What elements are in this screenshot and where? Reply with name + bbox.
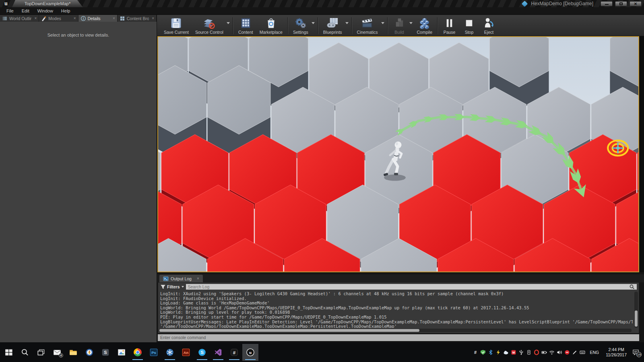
taskbar-skype-icon[interactable]: S [194, 344, 210, 361]
pen-icon[interactable] [571, 349, 578, 356]
game-viewport[interactable] [157, 36, 639, 272]
menu-file[interactable]: File [2, 7, 18, 15]
taskbar-mail-icon[interactable]: 4 [49, 344, 65, 361]
bluetooth-icon[interactable] [487, 349, 494, 356]
language-indicator[interactable]: ENG [586, 350, 602, 355]
close-button[interactable]: ✕ [630, 1, 642, 6]
horizontal-scrollbar[interactable] [159, 329, 632, 332]
toolbar-stop-button[interactable]: Stop [459, 16, 479, 36]
battery-icon[interactable] [541, 349, 547, 356]
source-control-icon [202, 16, 216, 30]
output-log-tab[interactable]: Output Log × [159, 275, 203, 282]
console-command-input[interactable]: Enter console command [158, 334, 639, 341]
chevron-down-icon[interactable] [312, 22, 315, 24]
mega-icon[interactable]: M [510, 349, 517, 356]
volume-icon[interactable] [556, 349, 563, 356]
toolbar-button-label: Pause [444, 30, 456, 35]
slack-tray-icon[interactable]: # [472, 349, 479, 356]
log-line: PIE: Play in editor start time for /Game… [160, 315, 633, 320]
notification-center-button[interactable]: 19 [630, 348, 641, 357]
toolbar-content-button[interactable]: Content [235, 16, 256, 36]
chevron-down-icon[interactable] [381, 22, 384, 24]
toolbar-pause-button[interactable]: Pause [440, 16, 459, 36]
scrollbar-thumb[interactable] [159, 329, 419, 332]
viewport-scene [158, 37, 638, 272]
bolt-icon[interactable] [495, 349, 502, 356]
toolbar-button-label: Blueprints [323, 30, 342, 35]
device-icon[interactable] [525, 349, 532, 356]
taskbar-clock[interactable]: 2:44 PM11/26/2017 [603, 347, 630, 357]
panel-tab-label: Modes [48, 16, 61, 21]
toolbar-source-control-button[interactable]: Source Control [192, 16, 227, 36]
filters-label: Filters [167, 284, 180, 289]
clock-date: 11/26/2017 [606, 352, 627, 358]
onedrive-icon[interactable] [502, 349, 509, 356]
compass-app-icon [85, 348, 94, 357]
menu-window[interactable]: Window [33, 7, 57, 15]
taskbar-visual-studio-icon[interactable] [210, 344, 226, 361]
titlebar[interactable]: u TopDownExampleMap* HexMapDemo [DebugGa… [0, 0, 644, 7]
eject-icon [482, 16, 495, 30]
search-log-input[interactable]: Search Log [186, 284, 637, 290]
scrollbar-thumb[interactable] [635, 311, 638, 327]
taskbar-animate-icon[interactable]: An [178, 344, 194, 361]
toolbar-compile-button[interactable]: Compile [414, 16, 436, 36]
log-line: LogInit: XAudio2 using 'Speakers (3- Log… [160, 292, 633, 296]
taskbar-blue-circle-app-icon[interactable] [162, 344, 178, 361]
dnd-icon[interactable] [564, 349, 570, 356]
toolbar-button-label: Marketplace [260, 30, 283, 35]
taskbar-unreal-icon[interactable]: u [242, 344, 258, 361]
taskbar-task-view-icon[interactable] [33, 344, 49, 361]
close-tab-icon[interactable]: × [33, 16, 37, 21]
menu-help[interactable]: Help [57, 7, 74, 15]
taskbar-photoshop-icon[interactable]: Ps [146, 344, 162, 361]
keyboard-icon[interactable] [579, 349, 586, 356]
chevron-down-icon[interactable] [227, 22, 230, 24]
taskbar-s-app-icon[interactable]: S [97, 344, 114, 361]
taskbar-search-icon[interactable] [17, 344, 33, 361]
close-tab-icon[interactable]: × [111, 16, 115, 21]
taskbar-file-explorer-icon[interactable] [65, 344, 81, 361]
close-tab-icon[interactable]: × [151, 16, 154, 21]
taskbar-slack-icon[interactable]: # [226, 344, 242, 361]
panel-tab-details[interactable]: Details× [78, 15, 118, 22]
close-tab-icon[interactable]: × [197, 276, 199, 281]
usb-icon[interactable] [518, 349, 524, 356]
vertical-scrollbar[interactable] [634, 292, 638, 328]
skype-icon: S [198, 348, 206, 357]
toolbar-separator [233, 17, 233, 34]
maximize-button[interactable] [615, 1, 627, 6]
toolbar-button-label: Content [238, 30, 253, 35]
output-log-panel: Output Log × Filters Search Log LogInit:… [157, 272, 644, 342]
notification-badge: 19 [636, 352, 642, 357]
chevron-down-icon[interactable] [409, 22, 413, 24]
menu-edit[interactable]: Edit [18, 7, 33, 15]
toolbar-save-current-button[interactable]: Save Current [161, 16, 192, 36]
taskbar-chrome-icon[interactable] [130, 344, 146, 361]
taskbar-compass-app-icon[interactable] [81, 344, 97, 361]
filters-button[interactable]: Filters [160, 284, 184, 290]
panel-tab-content-bro[interactable]: Content Bro× [118, 15, 157, 22]
toolbar-settings-button[interactable]: Settings [290, 16, 312, 36]
stop-icon [462, 16, 476, 30]
panel-tab-modes[interactable]: Modes× [39, 15, 78, 22]
panel-tab-world-outlin[interactable]: World Outlin× [0, 15, 39, 22]
close-tab-icon[interactable]: × [72, 16, 76, 21]
toolbar-blueprints-button[interactable]: Blueprints [320, 16, 345, 36]
toolbar-button-label: Stop [465, 30, 474, 35]
chevron-down-icon[interactable] [345, 22, 349, 24]
defender-icon[interactable] [479, 349, 486, 356]
toolbar-eject-button[interactable]: Eject [479, 16, 499, 36]
opera-icon[interactable] [533, 349, 540, 356]
details-empty-text: Select an object to view details. [0, 33, 157, 37]
log-line: '/Game/TopDownCPP/Maps/TopDownExampleMap… [160, 324, 633, 328]
wifi-icon[interactable] [548, 349, 555, 356]
taskbar-start-icon[interactable] [1, 344, 17, 361]
output-log-toolbar: Filters Search Log [158, 283, 639, 290]
minimize-button[interactable] [601, 1, 613, 6]
level-tab[interactable]: TopDownExampleMap* [12, 0, 83, 7]
toolbar-cinematics-button[interactable]: Cinematics [354, 16, 381, 36]
taskbar-photos-app-icon[interactable] [114, 344, 130, 361]
toolbar-marketplace-button[interactable]: Marketplace [256, 16, 286, 36]
log-lines: LogInit: XAudio2 using 'Speakers (3- Log… [158, 291, 633, 328]
